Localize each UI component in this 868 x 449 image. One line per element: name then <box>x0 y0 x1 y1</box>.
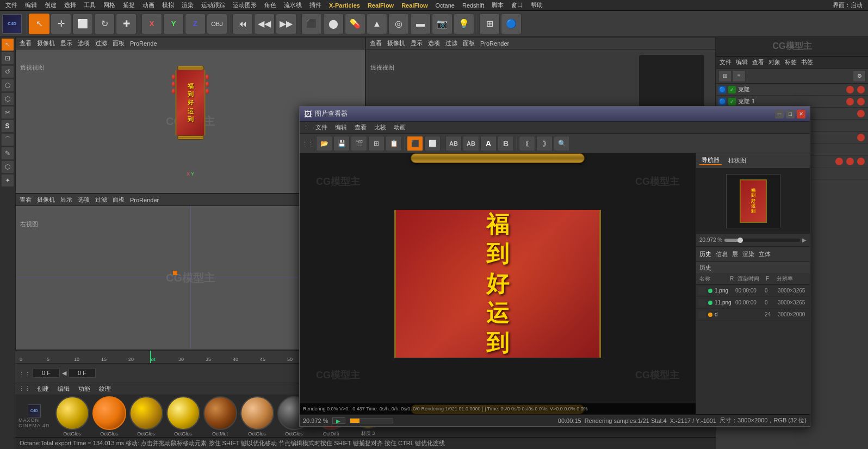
material-item-1[interactable]: OctGlos <box>92 396 126 436</box>
vp-tl-cam[interactable]: 摄像机 <box>35 39 57 47</box>
rp-obj-btn[interactable]: 对象 <box>768 58 780 66</box>
iv-tb-active1-btn[interactable]: ⬛ <box>407 136 423 151</box>
vp-bl-filter[interactable]: 过滤 <box>94 196 109 204</box>
menu-create[interactable]: 创建 <box>41 0 60 10</box>
vp-tr-view[interactable]: 查看 <box>368 39 383 47</box>
menu-xparticles[interactable]: X-Particles <box>326 0 363 10</box>
vp-tl-panel[interactable]: 面板 <box>111 39 126 47</box>
material-ball-5[interactable] <box>240 396 274 430</box>
grid-btn[interactable]: ⊞ <box>479 14 500 34</box>
sidebar-geo-icon[interactable]: ⬡ <box>1 160 14 173</box>
iv-menu-edit[interactable]: 编辑 <box>332 123 350 132</box>
iv-hist-row-1[interactable]: 11.png 00:00:00 0 3000×3265 <box>696 297 810 309</box>
mat-texture-btn[interactable]: 纹理 <box>97 385 113 393</box>
iv-maximize-btn[interactable]: □ <box>786 110 795 119</box>
material-ball-1[interactable] <box>92 396 126 430</box>
torus-btn[interactable]: ◎ <box>388 14 409 34</box>
iv-tb-a-btn[interactable]: A <box>480 136 497 151</box>
camera-btn[interactable]: 📷 <box>432 14 452 34</box>
menu-help[interactable]: 帮助 <box>528 0 546 10</box>
material-ball-3[interactable] <box>166 396 200 430</box>
iv-main-view[interactable]: CG模型主 CG模型主 CG模型主 CG模型主 CG模型主 CG模型主 CG模型… <box>300 153 696 414</box>
sidebar-lasso-icon[interactable]: ⬠ <box>1 79 14 92</box>
vp-tr-options[interactable]: 选项 <box>426 39 442 47</box>
iv-tab-navigator[interactable]: 导航器 <box>699 156 722 165</box>
iv-hist-tab-stereo[interactable]: 立体 <box>759 250 771 258</box>
scale-mode-btn[interactable]: ⬜ <box>72 14 93 34</box>
iv-tb-active2-btn[interactable]: ⬜ <box>424 136 441 151</box>
iv-close-btn[interactable]: ✕ <box>797 110 805 119</box>
menu-window[interactable]: 窗口 <box>508 0 526 10</box>
obj-vis-1[interactable]: ✓ <box>728 98 736 105</box>
menu-mesh[interactable]: 网格 <box>100 0 119 10</box>
menu-select[interactable]: 选择 <box>61 0 79 10</box>
material-item-4[interactable]: OctMet <box>203 396 237 436</box>
rp-tag-btn[interactable]: 标签 <box>785 58 797 66</box>
iv-hist-row-2[interactable]: d 24 3000×2000 <box>696 309 810 321</box>
vp-tr-prorender[interactable]: ProRender <box>479 40 511 47</box>
vp-bl-options[interactable]: 选项 <box>76 196 91 204</box>
material-item-0[interactable]: OctGlos <box>55 396 89 436</box>
axis-z-btn[interactable]: Z <box>185 14 206 34</box>
iv-tb-film-btn[interactable]: 🎬 <box>351 136 367 151</box>
iv-zoom-handle[interactable] <box>737 238 743 243</box>
menu-edit[interactable]: 编辑 <box>22 0 40 10</box>
vp-tr-panel[interactable]: 面板 <box>461 39 476 47</box>
iv-minimize-btn[interactable]: ─ <box>775 110 784 119</box>
prev-frame-btn[interactable]: ◀◀ <box>254 14 275 34</box>
menu-simulate[interactable]: 模拟 <box>159 0 177 10</box>
vp-tr-filter[interactable]: 过滤 <box>444 39 459 47</box>
material-ball-2[interactable] <box>129 396 163 430</box>
vp-tl-options[interactable]: 选项 <box>76 39 91 47</box>
material-item-5[interactable]: OctGlos <box>240 396 274 436</box>
rt-btn-2[interactable]: ≡ <box>733 70 746 82</box>
iv-zoom-bar[interactable] <box>724 239 800 242</box>
iv-menu-animate[interactable]: 动画 <box>390 123 409 132</box>
mat-func-btn[interactable]: 功能 <box>76 385 92 393</box>
plane-btn[interactable]: ▬ <box>410 14 431 34</box>
vp-bl-prorender[interactable]: ProRender <box>128 197 160 203</box>
light-btn[interactable]: 💡 <box>454 14 474 34</box>
cube-btn[interactable]: ⬛ <box>301 14 322 34</box>
obj-row-0[interactable]: 🔵 ✓ 克隆 <box>716 84 868 96</box>
play-btn[interactable]: ▶▶ <box>276 14 296 34</box>
sidebar-poly-icon[interactable]: ⬡ <box>1 92 14 105</box>
iv-tab-histogram[interactable]: 柱状图 <box>726 157 748 165</box>
magnet-btn[interactable]: 🔵 <box>501 14 522 34</box>
menu-snap[interactable]: 捕捉 <box>120 0 138 10</box>
sidebar-knife-icon[interactable]: ✂ <box>1 106 14 119</box>
iv-tb-open-btn[interactable]: 📂 <box>316 136 332 151</box>
axis-y-btn[interactable]: Y <box>163 14 184 34</box>
vp-tl-display[interactable]: 显示 <box>59 39 74 47</box>
iv-hist-tab-render[interactable]: 渲染 <box>742 250 754 258</box>
iv-hist-tab-info[interactable]: 信息 <box>716 250 728 258</box>
iv-tb-rgt-btn[interactable]: ⟫ <box>536 136 553 151</box>
mat-create-btn[interactable]: 创建 <box>35 385 51 393</box>
iv-zoom-right-arrow[interactable]: ▶ <box>802 237 807 243</box>
interface-label[interactable]: 界面：启动 <box>829 0 866 10</box>
menu-pipeline[interactable]: 流水线 <box>281 0 305 10</box>
obj-mode-btn[interactable]: OBJ <box>207 14 227 34</box>
obj-vis-0[interactable]: ✓ <box>728 86 736 93</box>
sidebar-select-icon[interactable]: ⊡ <box>1 52 14 65</box>
record-btn[interactable]: ⏮ <box>232 14 253 34</box>
iv-tb-save-btn[interactable]: 💾 <box>333 136 350 151</box>
menu-character[interactable]: 角色 <box>261 0 280 10</box>
rp-edit-btn[interactable]: 编辑 <box>736 58 748 66</box>
tl-start-field[interactable] <box>33 368 60 378</box>
menu-script[interactable]: 脚本 <box>488 0 507 10</box>
material-ball-0[interactable] <box>55 396 89 430</box>
sphere-btn[interactable]: ⬤ <box>323 14 344 34</box>
rp-file-btn[interactable]: 文件 <box>720 58 731 66</box>
select-mode-btn[interactable]: ↖ <box>29 14 49 34</box>
menu-tools[interactable]: 工具 <box>80 0 99 10</box>
vp-bl-display[interactable]: 显示 <box>59 196 74 204</box>
vp-bl-cam[interactable]: 摄像机 <box>35 196 57 204</box>
vp-tl-prorender[interactable]: ProRende <box>128 40 159 47</box>
iv-tb-lft-btn[interactable]: ⟪ <box>519 136 535 151</box>
axis-x-btn[interactable]: X <box>141 14 162 34</box>
iv-hist-row-0[interactable]: 1.png 00:00:00 0 3000×3265 <box>696 285 810 297</box>
menu-redshift[interactable]: Redshift <box>459 0 487 10</box>
vp-tr-display[interactable]: 显示 <box>409 39 424 47</box>
iv-tb-paste-btn[interactable]: 📋 <box>386 136 402 151</box>
